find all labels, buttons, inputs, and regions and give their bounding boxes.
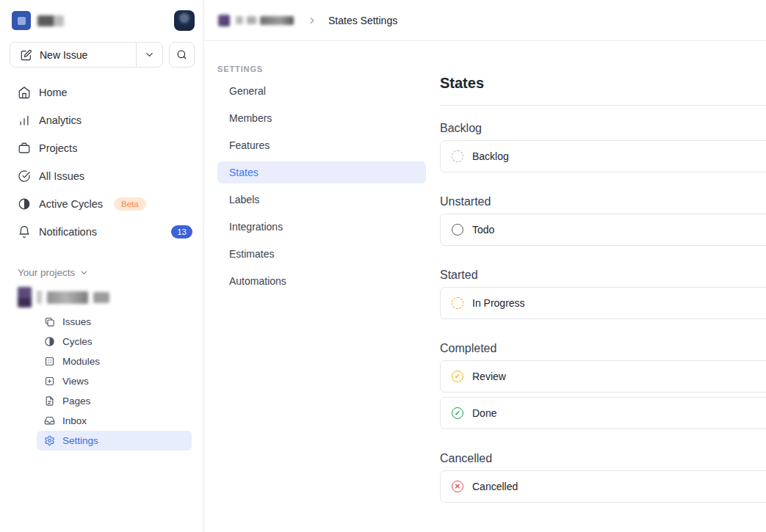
- state-circle-dashed-icon: [452, 150, 463, 162]
- workspace-header: [12, 10, 195, 32]
- state-card-done[interactable]: ✓ Done: [440, 397, 766, 429]
- workspace-logo[interactable]: [12, 11, 31, 30]
- project-item-modules[interactable]: Modules: [37, 351, 192, 371]
- settings-nav: SETTINGS General Members Features States…: [217, 65, 426, 297]
- beta-badge: Beta: [114, 197, 146, 211]
- sidebar-item-home[interactable]: Home: [0, 79, 204, 106]
- cycle-icon: [18, 197, 31, 211]
- analytics-icon: [18, 114, 31, 127]
- new-issue-dropdown-button[interactable]: [137, 43, 162, 68]
- chevron-right-icon: [307, 15, 317, 26]
- sidebar-item-label: Projects: [39, 142, 77, 154]
- state-card-cancelled[interactable]: ✕ Cancelled: [440, 470, 766, 503]
- breadcrumb-project-name-redacted[interactable]: [236, 16, 294, 25]
- group-label: Unstarted: [440, 194, 766, 208]
- divider: [440, 105, 766, 106]
- project-item-label: Inbox: [62, 415, 87, 426]
- sidebar-item-active-cycles[interactable]: Active Cycles Beta: [0, 190, 204, 218]
- sidebar-item-label: Notifications: [39, 226, 97, 238]
- sidebar-item-label: Home: [39, 87, 68, 98]
- sidebar-item-notifications[interactable]: Notifications 13: [0, 218, 204, 246]
- states-panel: States Backlog Backlog Unstarted Todo St…: [440, 41, 766, 503]
- state-circle-icon: [452, 224, 463, 236]
- search-button[interactable]: [169, 42, 195, 68]
- project-item-label: Views: [62, 376, 89, 387]
- settings-tab-members[interactable]: Members: [217, 107, 426, 129]
- check-circle-icon: [18, 170, 31, 183]
- project-item-pages[interactable]: Pages: [37, 391, 192, 411]
- bell-icon: [18, 225, 31, 238]
- project-row-redacted[interactable]: [18, 285, 109, 309]
- quick-actions: New Issue: [10, 42, 195, 68]
- sidebar-nav: Home Analytics Projects All Issues Activ…: [0, 79, 204, 246]
- search-icon: [176, 49, 187, 60]
- page-title: States: [440, 73, 766, 92]
- state-label: Backlog: [472, 150, 509, 162]
- projects-header-label: Your projects: [18, 267, 75, 278]
- state-card-backlog[interactable]: Backlog: [440, 140, 766, 172]
- project-item-label: Settings: [62, 435, 98, 446]
- sidebar-item-label: Analytics: [39, 114, 82, 126]
- group-label: Started: [440, 268, 766, 282]
- inbox-icon: [44, 415, 55, 426]
- state-x-circle-icon: ✕: [452, 481, 463, 492]
- new-issue-button[interactable]: New Issue: [10, 42, 163, 68]
- group-label: Cancelled: [440, 451, 766, 465]
- new-issue-label: New Issue: [40, 49, 87, 61]
- sidebar-item-all-issues[interactable]: All Issues: [0, 162, 204, 190]
- project-item-settings[interactable]: Settings: [37, 431, 192, 451]
- project-item-label: Pages: [62, 396, 90, 407]
- sidebar-item-label: Active Cycles: [39, 198, 103, 210]
- project-item-cycles[interactable]: Cycles: [37, 332, 192, 351]
- state-card-review[interactable]: ✓ Review: [440, 360, 766, 393]
- projects-section-header[interactable]: Your projects: [18, 267, 89, 278]
- state-check-circle-icon: ✓: [452, 371, 463, 382]
- state-label: Cancelled: [472, 481, 518, 492]
- project-item-views[interactable]: Views: [37, 371, 192, 391]
- home-icon: [18, 86, 31, 99]
- state-circle-dashed-icon: [452, 297, 463, 309]
- user-avatar[interactable]: [174, 10, 195, 31]
- states-group-completed: Completed ✓ Review ✓ Done: [440, 341, 766, 429]
- state-label: Done: [472, 407, 496, 419]
- settings-tab-general[interactable]: General: [217, 80, 426, 102]
- issues-icon: [44, 316, 55, 327]
- breadcrumb: States Settings: [205, 0, 766, 41]
- chevron-down-icon: [144, 49, 155, 60]
- project-item-label: Modules: [62, 356, 100, 367]
- state-label: Review: [472, 371, 506, 382]
- settings-tab-integrations[interactable]: Integrations: [217, 216, 426, 238]
- breadcrumb-project-icon-redacted[interactable]: [218, 15, 230, 26]
- chevron-down-icon: [79, 268, 89, 277]
- gear-icon: [44, 435, 55, 446]
- state-card-in-progress[interactable]: In Progress: [440, 287, 766, 319]
- state-check-circle-icon: ✓: [452, 407, 463, 419]
- project-item-label: Issues: [62, 316, 91, 327]
- notification-count-badge: 13: [171, 225, 192, 238]
- edit-icon: [21, 49, 32, 61]
- settings-tab-estimates[interactable]: Estimates: [217, 243, 426, 265]
- app-window: New Issue Home Analytics Projects: [0, 0, 766, 532]
- project-item-inbox[interactable]: Inbox: [37, 411, 192, 431]
- settings-tab-automations[interactable]: Automations: [217, 270, 426, 292]
- state-card-todo[interactable]: Todo: [440, 214, 766, 246]
- project-item-issues[interactable]: Issues: [37, 312, 192, 332]
- sidebar-item-projects[interactable]: Projects: [0, 134, 204, 162]
- state-label: In Progress: [472, 297, 525, 309]
- states-group-started: Started In Progress: [440, 268, 766, 319]
- states-group-cancelled: Cancelled ✕ Cancelled: [440, 451, 766, 503]
- workspace-name-redacted[interactable]: [37, 15, 64, 26]
- breadcrumb-page-title: States Settings: [328, 15, 397, 26]
- settings-tab-features[interactable]: Features: [217, 134, 426, 156]
- settings-tab-labels[interactable]: Labels: [217, 189, 426, 211]
- group-label: Completed: [440, 341, 766, 355]
- group-label: Backlog: [440, 121, 766, 135]
- pages-icon: [44, 396, 55, 407]
- settings-nav-header: SETTINGS: [217, 65, 426, 73]
- settings-tab-states[interactable]: States: [217, 161, 426, 183]
- sidebar-item-label: All Issues: [39, 170, 84, 182]
- modules-icon: [44, 356, 55, 367]
- project-emoji-redacted: [18, 287, 32, 307]
- workspace-logo-icon: [18, 17, 26, 25]
- sidebar-item-analytics[interactable]: Analytics: [0, 106, 204, 134]
